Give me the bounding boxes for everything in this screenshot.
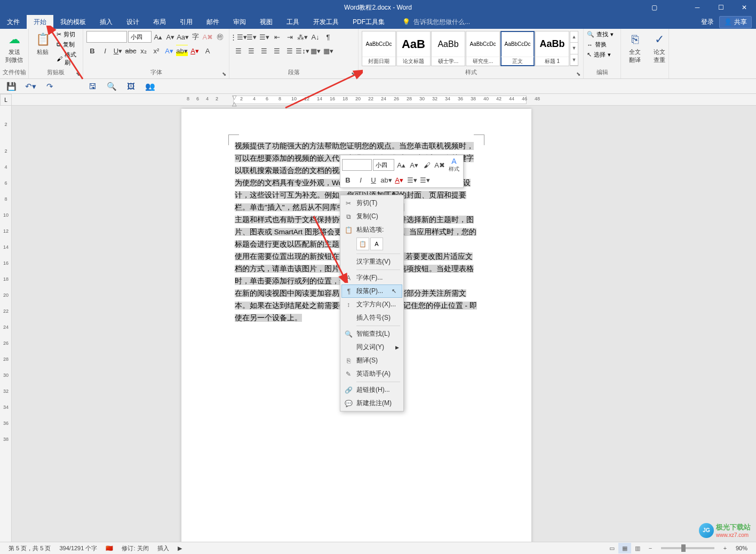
mini-decrease-font-icon[interactable]: A▾ bbox=[408, 159, 420, 171]
cm-insert-symbol[interactable]: 插入符号(S) bbox=[341, 311, 402, 325]
tab-design[interactable]: 设计 bbox=[120, 15, 146, 29]
close-icon[interactable]: ✕ bbox=[733, 0, 756, 15]
style-normal[interactable]: AaBbCcDc正文 bbox=[500, 31, 535, 66]
asian-layout-icon[interactable]: ⁂▾ bbox=[297, 31, 308, 43]
vertical-ruler[interactable]: 2 2 4 6 8 10 12 14 16 18 20 22 24 26 28 … bbox=[0, 106, 12, 543]
styles-dialog-launcher[interactable]: ⬊ bbox=[575, 70, 582, 77]
style-cover-date[interactable]: AaBbCcDc封面日期 bbox=[362, 31, 396, 66]
tab-tools[interactable]: 工具 bbox=[280, 15, 306, 29]
cm-text-direction[interactable]: ↕文字方向(X)... bbox=[341, 298, 402, 311]
tab-pdf-tools[interactable]: PDF工具集 bbox=[346, 15, 392, 29]
font-name-select[interactable] bbox=[86, 31, 127, 43]
bold-icon[interactable]: B bbox=[86, 45, 98, 57]
copy-button[interactable]: ⧉复制 bbox=[55, 40, 81, 49]
mini-format-painter-icon[interactable]: 🖌 bbox=[421, 159, 433, 171]
cm-hanzi-reselect[interactable]: 汉字重选(V) bbox=[341, 255, 402, 268]
tab-insert[interactable]: 插入 bbox=[93, 15, 120, 29]
superscript-icon[interactable]: x² bbox=[150, 45, 162, 57]
maximize-icon[interactable]: ☐ bbox=[709, 0, 733, 15]
full-translate-button[interactable]: ⎘ 全文 翻译 bbox=[623, 30, 647, 65]
cm-copy[interactable]: ⧉复制(C) bbox=[341, 210, 402, 223]
cm-paragraph[interactable]: ¶段落(P)...↖ bbox=[341, 284, 402, 298]
styles-scroll-up-icon[interactable]: ▲ bbox=[570, 31, 578, 43]
mini-highlight-icon[interactable]: ab▾ bbox=[380, 174, 392, 186]
tab-review[interactable]: 审阅 bbox=[226, 15, 253, 29]
undo-icon[interactable]: ↶▾ bbox=[25, 81, 36, 92]
change-case-icon[interactable]: Aa▾ bbox=[177, 31, 189, 43]
minimize-icon[interactable]: ─ bbox=[686, 0, 709, 15]
paper-check-button[interactable]: ✓ 论文 查重 bbox=[648, 30, 671, 65]
print-layout-icon[interactable]: ▦ bbox=[618, 543, 631, 553]
find-button[interactable]: 🔍查找▾ bbox=[586, 30, 615, 39]
cm-hyperlink[interactable]: 🔗超链接(H)... bbox=[341, 383, 402, 397]
sort-icon[interactable]: A↓ bbox=[309, 31, 321, 43]
style-heading1[interactable]: AaBb标题 1 bbox=[535, 31, 569, 66]
underline-icon[interactable]: U▾ bbox=[112, 45, 124, 57]
increase-indent-icon[interactable]: ⇥ bbox=[284, 31, 296, 43]
numbering-icon[interactable]: ☰▾ bbox=[245, 31, 257, 43]
cm-cut[interactable]: ✂剪切(T) bbox=[341, 196, 402, 210]
ruler-corner[interactable]: L bbox=[0, 94, 12, 106]
mini-bold-icon[interactable]: B bbox=[342, 174, 354, 186]
format-painter-button[interactable]: 🖌格式刷 bbox=[55, 50, 81, 67]
status-language-icon[interactable]: 🇨🇳 bbox=[101, 545, 117, 552]
share-button[interactable]: 👤 共享 bbox=[719, 16, 752, 28]
tab-my-templates[interactable]: 我的模板 bbox=[53, 15, 93, 29]
style-thesis-title[interactable]: AaB论文标题 bbox=[396, 31, 431, 66]
style-master[interactable]: AaBb硕士学... bbox=[431, 31, 465, 66]
justify-icon[interactable]: ☰ bbox=[271, 45, 283, 57]
cm-new-comment[interactable]: 💬新建批注(M) bbox=[341, 397, 402, 410]
member-icon[interactable]: 👥 bbox=[144, 81, 156, 92]
font-size-select[interactable] bbox=[128, 31, 152, 43]
styles-gallery[interactable]: AaBbCcDc封面日期 AaB论文标题 AaBb硕士学... AaBbCcDc… bbox=[362, 31, 578, 66]
decrease-indent-icon[interactable]: ⇤ bbox=[271, 31, 283, 43]
align-center-icon[interactable]: ☰ bbox=[245, 45, 257, 57]
mini-bullets-icon[interactable]: ☰▾ bbox=[406, 174, 418, 186]
print-preview-icon[interactable]: 🖫 bbox=[86, 81, 98, 92]
paste-keep-source-icon[interactable]: 📋 bbox=[356, 238, 369, 250]
mini-numbering-icon[interactable]: ☰▾ bbox=[419, 174, 431, 186]
paste-button[interactable]: 📋 粘贴 bbox=[31, 30, 54, 57]
tab-layout[interactable]: 布局 bbox=[146, 15, 173, 29]
distribute-icon[interactable]: ☰ bbox=[284, 45, 296, 57]
mini-italic-icon[interactable]: I bbox=[355, 174, 367, 186]
decrease-font-icon[interactable]: A▾ bbox=[165, 31, 176, 43]
read-mode-icon[interactable]: ▭ bbox=[606, 543, 618, 553]
subscript-icon[interactable]: x₂ bbox=[138, 45, 149, 57]
web-layout-icon[interactable]: ▥ bbox=[631, 543, 644, 553]
horizontal-ruler[interactable]: 8 6 4 2 2 4 6 8 10 12 14 16 18 20 22 24 … bbox=[12, 94, 756, 106]
status-revision[interactable]: 修订: 关闭 bbox=[117, 544, 153, 552]
mini-styles-button[interactable]: A 样式 bbox=[447, 157, 461, 173]
italic-icon[interactable]: I bbox=[99, 45, 111, 57]
clear-formatting-icon[interactable]: A✖ bbox=[202, 31, 213, 43]
cm-font[interactable]: A字体(F)... bbox=[341, 271, 402, 284]
tab-references[interactable]: 引用 bbox=[173, 15, 200, 29]
zoom-in-icon[interactable]: + bbox=[719, 543, 731, 553]
status-page[interactable]: 第 5 页，共 5 页 bbox=[4, 544, 55, 552]
cm-smart-lookup[interactable]: 🔍智能查找(L) bbox=[341, 327, 402, 341]
show-marks-icon[interactable]: ¶ bbox=[322, 31, 334, 43]
clipboard-dialog-launcher[interactable]: ⬊ bbox=[74, 70, 82, 77]
styles-more-icon[interactable]: ▼ bbox=[570, 54, 578, 66]
line-spacing-icon[interactable]: ☰↕▾ bbox=[297, 45, 308, 57]
tab-mailings[interactable]: 邮件 bbox=[200, 15, 226, 29]
status-insert-mode[interactable]: 插入 bbox=[153, 544, 173, 552]
mini-underline-icon[interactable]: U bbox=[368, 174, 379, 186]
bullets-icon[interactable]: ⋮☰▾ bbox=[233, 31, 244, 43]
redo-icon[interactable]: ↷ bbox=[44, 81, 55, 92]
ribbon-display-options-icon[interactable]: ▢ bbox=[646, 0, 662, 15]
mini-clear-format-icon[interactable]: A✖ bbox=[434, 159, 445, 171]
paste-text-only-icon[interactable]: A bbox=[370, 238, 383, 250]
login-link[interactable]: 登录 bbox=[701, 18, 714, 27]
mini-increase-font-icon[interactable]: A▴ bbox=[395, 159, 407, 171]
status-word-count[interactable]: 394/1291 个字 bbox=[55, 544, 101, 552]
tab-view[interactable]: 视图 bbox=[253, 15, 280, 29]
strikethrough-icon[interactable]: abc bbox=[125, 45, 137, 57]
enclose-char-icon[interactable]: ㊕ bbox=[214, 31, 226, 43]
multilevel-list-icon[interactable]: ☰▾ bbox=[258, 31, 270, 43]
save-icon[interactable]: 💾 bbox=[5, 81, 17, 92]
cut-button[interactable]: ✂剪切 bbox=[55, 30, 81, 39]
borders-icon[interactable]: ▦▾ bbox=[322, 45, 334, 57]
tab-file[interactable]: 文件 bbox=[0, 15, 27, 29]
phonetic-guide-icon[interactable]: 字 bbox=[190, 31, 201, 43]
